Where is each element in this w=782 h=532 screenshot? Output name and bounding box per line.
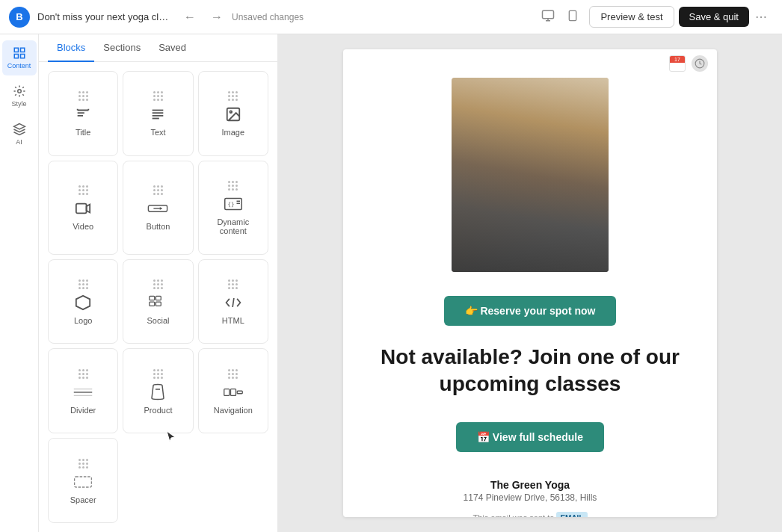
notice-text-1: This email was sent to bbox=[473, 513, 555, 517]
block-dynamic-label: Dynamic content bbox=[203, 217, 263, 235]
block-social[interactable]: Social bbox=[123, 259, 193, 344]
redo-button[interactable]: → bbox=[206, 7, 227, 27]
block-divider[interactable]: Divider bbox=[48, 348, 118, 433]
block-product[interactable]: Product bbox=[123, 348, 193, 433]
button-icon bbox=[147, 198, 168, 219]
company-name: The Green Yoga bbox=[358, 479, 702, 491]
block-video-label: Video bbox=[73, 222, 93, 231]
reserve-btn-container: 👉 Reserve your spot now bbox=[343, 284, 717, 338]
block-image[interactable]: Image bbox=[198, 71, 268, 156]
yoga-image-container bbox=[343, 78, 717, 272]
svg-rect-26 bbox=[156, 296, 161, 300]
calendar-icon: 17 bbox=[669, 55, 686, 72]
block-title-label: Title bbox=[76, 128, 90, 137]
block-button-label: Button bbox=[147, 222, 170, 231]
tab-sections[interactable]: Sections bbox=[94, 34, 150, 62]
social-icon bbox=[149, 292, 167, 313]
tab-saved[interactable]: Saved bbox=[150, 34, 195, 62]
sidebar-item-ai[interactable]: AI bbox=[2, 117, 37, 152]
svg-point-9 bbox=[17, 90, 21, 93]
dynamic-content-icon: {} bbox=[224, 194, 242, 214]
drag-handle bbox=[153, 91, 163, 101]
schedule-btn-container: 📅 View full schedule bbox=[343, 410, 717, 464]
reserve-spot-button[interactable]: 👉 Reserve your spot now bbox=[444, 296, 617, 326]
block-spacer-label: Spacer bbox=[70, 495, 96, 504]
drag-handle bbox=[228, 181, 238, 191]
svg-rect-16 bbox=[76, 204, 87, 214]
preview-test-button[interactable]: Preview & test bbox=[589, 6, 674, 28]
undo-button[interactable]: ← bbox=[179, 7, 200, 27]
block-logo[interactable]: Logo bbox=[48, 259, 118, 344]
svg-rect-0 bbox=[543, 10, 554, 19]
drag-handle bbox=[228, 279, 238, 289]
email-title: Don't miss your next yoga clas... bbox=[37, 11, 172, 22]
sidebar-item-style[interactable]: Style bbox=[2, 78, 37, 114]
unsaved-status: Unsaved changes bbox=[232, 12, 304, 22]
drag-handle bbox=[228, 91, 238, 101]
desktop-view-button[interactable] bbox=[537, 6, 559, 28]
svg-text:{}: {} bbox=[227, 201, 234, 208]
block-html-label: HTML bbox=[222, 316, 244, 325]
email-notice: This email was sent to EMAIL You've rece… bbox=[358, 512, 702, 517]
svg-rect-27 bbox=[150, 302, 155, 306]
company-address: 1174 Pineview Drive, 56138, Hills bbox=[358, 492, 702, 503]
tab-blocks[interactable]: Blocks bbox=[48, 34, 94, 62]
block-title[interactable]: Title bbox=[48, 71, 118, 156]
drag-handle bbox=[78, 91, 88, 101]
html-icon bbox=[224, 292, 242, 313]
svg-rect-28 bbox=[156, 302, 161, 306]
logo-icon bbox=[75, 292, 91, 313]
email-footer: The Green Yoga 1174 Pineview Drive, 5613… bbox=[343, 464, 717, 517]
block-spacer[interactable]: Spacer bbox=[48, 438, 118, 523]
block-video[interactable]: Video bbox=[48, 161, 118, 255]
divider-icon bbox=[73, 382, 93, 403]
drag-handle bbox=[228, 369, 238, 379]
block-navigation-label: Navigation bbox=[214, 406, 253, 415]
svg-rect-6 bbox=[20, 48, 24, 52]
block-logo-label: Logo bbox=[74, 316, 92, 325]
svg-marker-17 bbox=[87, 205, 90, 213]
svg-rect-7 bbox=[14, 55, 18, 58]
device-switcher bbox=[537, 6, 583, 28]
block-divider-label: Divider bbox=[70, 406, 96, 415]
svg-point-15 bbox=[230, 111, 232, 114]
spacer-icon bbox=[73, 471, 93, 492]
blocks-tabs: Blocks Sections Saved bbox=[39, 34, 277, 62]
sidebar-item-content[interactable]: Content bbox=[2, 40, 37, 75]
svg-rect-8 bbox=[20, 55, 24, 58]
sidebar-icons: Content Style AI bbox=[0, 34, 39, 532]
email-headline: Not available? Join one of our upcoming … bbox=[343, 338, 717, 404]
sidebar-label-style: Style bbox=[11, 100, 26, 108]
block-image-label: Image bbox=[222, 128, 245, 137]
email-header-icons: 17 bbox=[343, 49, 717, 78]
clock-icon bbox=[692, 55, 708, 72]
blocks-grid: Title Text bbox=[39, 62, 277, 532]
drag-handle bbox=[78, 369, 88, 379]
block-dynamic-content[interactable]: {} Dynamic content bbox=[198, 161, 268, 255]
block-text[interactable]: Text bbox=[123, 71, 193, 156]
svg-rect-3 bbox=[570, 10, 576, 20]
block-button[interactable]: Button bbox=[123, 161, 193, 255]
sidebar-label-content: Content bbox=[7, 62, 31, 69]
block-html[interactable]: HTML bbox=[198, 259, 268, 344]
undo-redo-actions: ← → bbox=[179, 7, 227, 27]
block-navigation[interactable]: Navigation bbox=[198, 348, 268, 433]
view-schedule-button[interactable]: 📅 View full schedule bbox=[456, 422, 604, 452]
save-quit-button[interactable]: Save & quit bbox=[679, 7, 750, 27]
svg-rect-35 bbox=[230, 389, 235, 395]
block-product-label: Product bbox=[144, 406, 173, 415]
mobile-view-button[interactable] bbox=[562, 6, 583, 28]
image-icon bbox=[225, 104, 241, 125]
email-preview-area: 17 👉 Reserve your sp bbox=[278, 34, 782, 532]
more-options-button[interactable]: ⋯ bbox=[749, 7, 773, 27]
topbar: B Don't miss your next yoga clas... ← → … bbox=[0, 0, 782, 34]
drag-handle bbox=[78, 279, 88, 289]
svg-rect-5 bbox=[14, 48, 18, 52]
sidebar-label-ai: AI bbox=[16, 138, 22, 146]
drag-handle bbox=[78, 185, 88, 195]
text-icon bbox=[150, 104, 166, 125]
svg-line-29 bbox=[233, 298, 234, 307]
email-canvas: 17 👉 Reserve your sp bbox=[343, 49, 717, 517]
email-tag: EMAIL bbox=[556, 512, 587, 517]
block-social-label: Social bbox=[147, 316, 170, 325]
